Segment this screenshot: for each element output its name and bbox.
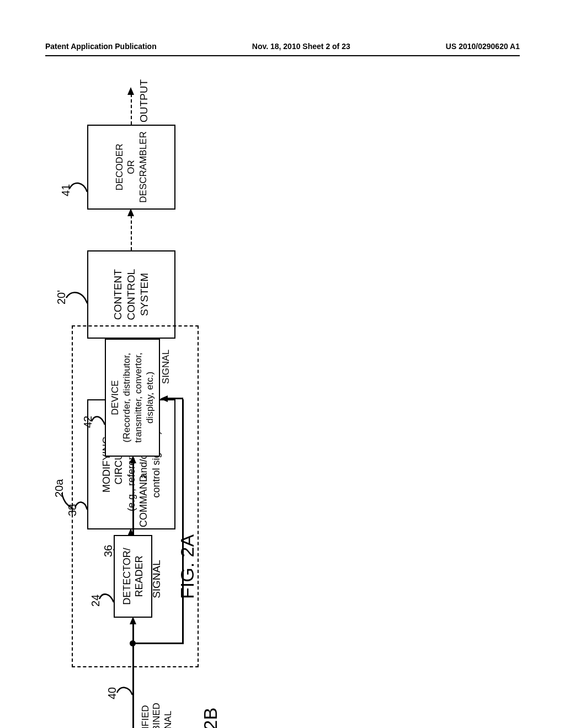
dline-cc-dec <box>131 215 132 250</box>
hook-41 <box>68 180 88 196</box>
header-center: Nov. 18, 2010 Sheet 2 of 23 <box>252 42 350 51</box>
hook-42 <box>90 414 106 429</box>
command-label: COMMAND <box>138 475 150 527</box>
line-det-dev <box>132 462 134 535</box>
modified-combined-label-2b: MODIFIED COMBINED SIGNAL <box>140 695 174 728</box>
page-header: Patent Application Publication Nov. 18, … <box>0 42 565 51</box>
fig2b-caption: FIG. 2B <box>200 708 221 728</box>
dline-dec-out <box>131 94 132 125</box>
fb-v1 <box>132 643 182 645</box>
hook-20a <box>61 488 75 510</box>
header-left: Patent Application Publication <box>45 42 157 51</box>
arrow-dec-out <box>127 87 134 95</box>
arrow-cc-dec <box>127 208 134 216</box>
hook-40-2b <box>116 685 134 699</box>
arrow-fb-up <box>160 395 168 402</box>
decoder-box: DECODER OR DESCRAMBLER <box>87 125 175 210</box>
output-label: OUTPUT <box>138 79 151 122</box>
detector-box: DETECTOR/ READER <box>114 535 152 618</box>
header-right: US 2010/0290620 A1 <box>446 42 520 51</box>
line-mcs-det <box>132 623 134 728</box>
arrow-det-dev <box>130 456 136 463</box>
device-box: DEVICE (Recorder, distributor, transmitt… <box>105 339 160 457</box>
decoder-text: DECODER OR DESCRAMBLER <box>114 131 149 202</box>
fb-h <box>182 399 184 644</box>
hook-24 <box>98 591 115 607</box>
detector-text: DETECTOR/ READER <box>121 548 146 605</box>
header-rule <box>45 55 520 56</box>
fig2b-group: 20a MODIFIED COMBINED SIGNAL 40 DETECTOR… <box>50 298 226 728</box>
arrow-mcs-det <box>130 617 136 624</box>
device-text: DEVICE (Recorder, distributor, transmitt… <box>109 352 156 442</box>
fb-v2 <box>167 398 183 400</box>
